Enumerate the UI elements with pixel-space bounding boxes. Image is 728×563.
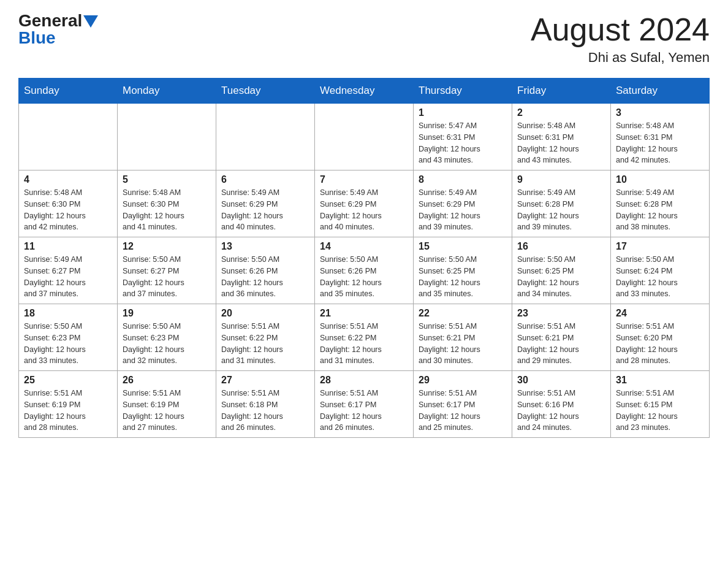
day-info: Sunrise: 5:50 AM Sunset: 6:24 PM Dayligh…: [616, 254, 704, 300]
day-number: 19: [123, 308, 211, 319]
calendar-cell: 25Sunrise: 5:51 AM Sunset: 6:19 PM Dayli…: [19, 371, 118, 438]
calendar-cell: 22Sunrise: 5:51 AM Sunset: 6:21 PM Dayli…: [414, 304, 512, 371]
logo: General Blue: [18, 12, 98, 47]
calendar-cell: 19Sunrise: 5:50 AM Sunset: 6:23 PM Dayli…: [118, 304, 216, 371]
day-info: Sunrise: 5:51 AM Sunset: 6:21 PM Dayligh…: [517, 321, 605, 367]
day-info: Sunrise: 5:50 AM Sunset: 6:26 PM Dayligh…: [320, 254, 408, 300]
day-number: 23: [517, 308, 605, 319]
day-number: 12: [123, 241, 211, 252]
day-number: 15: [419, 241, 507, 252]
day-info: Sunrise: 5:50 AM Sunset: 6:27 PM Dayligh…: [123, 254, 211, 300]
day-number: 18: [24, 308, 112, 319]
weekday-header-monday: Monday: [118, 79, 216, 104]
day-number: 20: [221, 308, 309, 319]
day-info: Sunrise: 5:51 AM Sunset: 6:16 PM Dayligh…: [517, 388, 605, 434]
svg-marker-0: [83, 15, 98, 28]
day-info: Sunrise: 5:49 AM Sunset: 6:28 PM Dayligh…: [517, 187, 605, 233]
day-number: 27: [221, 375, 309, 386]
day-number: 1: [419, 107, 507, 118]
calendar-cell: [216, 104, 315, 170]
day-number: 25: [24, 375, 112, 386]
calendar-cell: [19, 104, 118, 170]
day-number: 10: [616, 174, 704, 185]
day-info: Sunrise: 5:47 AM Sunset: 6:31 PM Dayligh…: [419, 120, 507, 166]
week-row-4: 18Sunrise: 5:50 AM Sunset: 6:23 PM Dayli…: [19, 304, 710, 371]
day-info: Sunrise: 5:51 AM Sunset: 6:18 PM Dayligh…: [221, 388, 309, 434]
day-info: Sunrise: 5:51 AM Sunset: 6:19 PM Dayligh…: [24, 388, 112, 434]
calendar-cell: 29Sunrise: 5:51 AM Sunset: 6:17 PM Dayli…: [414, 371, 512, 438]
calendar-cell: 2Sunrise: 5:48 AM Sunset: 6:31 PM Daylig…: [512, 104, 611, 170]
calendar-cell: 17Sunrise: 5:50 AM Sunset: 6:24 PM Dayli…: [611, 237, 710, 304]
day-number: 24: [616, 308, 704, 319]
day-number: 11: [24, 241, 112, 252]
day-info: Sunrise: 5:50 AM Sunset: 6:26 PM Dayligh…: [221, 254, 309, 300]
day-info: Sunrise: 5:49 AM Sunset: 6:29 PM Dayligh…: [221, 187, 309, 233]
day-info: Sunrise: 5:51 AM Sunset: 6:20 PM Dayligh…: [616, 321, 704, 367]
day-info: Sunrise: 5:51 AM Sunset: 6:17 PM Dayligh…: [320, 388, 408, 434]
day-info: Sunrise: 5:48 AM Sunset: 6:30 PM Dayligh…: [123, 187, 211, 233]
day-info: Sunrise: 5:50 AM Sunset: 6:25 PM Dayligh…: [517, 254, 605, 300]
week-row-2: 4Sunrise: 5:48 AM Sunset: 6:30 PM Daylig…: [19, 170, 710, 237]
calendar-cell: 6Sunrise: 5:49 AM Sunset: 6:29 PM Daylig…: [216, 170, 315, 237]
day-info: Sunrise: 5:49 AM Sunset: 6:29 PM Dayligh…: [419, 187, 507, 233]
calendar-cell: 1Sunrise: 5:47 AM Sunset: 6:31 PM Daylig…: [414, 104, 512, 170]
day-number: 5: [123, 174, 211, 185]
day-number: 31: [616, 375, 704, 386]
day-info: Sunrise: 5:49 AM Sunset: 6:27 PM Dayligh…: [24, 254, 112, 300]
calendar-cell: 11Sunrise: 5:49 AM Sunset: 6:27 PM Dayli…: [19, 237, 118, 304]
day-number: 14: [320, 241, 408, 252]
calendar-cell: 27Sunrise: 5:51 AM Sunset: 6:18 PM Dayli…: [216, 371, 315, 438]
calendar-cell: 7Sunrise: 5:49 AM Sunset: 6:29 PM Daylig…: [315, 170, 414, 237]
page-header: General Blue August 2024 Dhi as Sufal, Y…: [18, 12, 710, 66]
day-number: 16: [517, 241, 605, 252]
day-info: Sunrise: 5:51 AM Sunset: 6:15 PM Dayligh…: [616, 388, 704, 434]
calendar-table: SundayMondayTuesdayWednesdayThursdayFrid…: [18, 78, 710, 438]
weekday-header-sunday: Sunday: [19, 79, 118, 104]
day-number: 17: [616, 241, 704, 252]
day-info: Sunrise: 5:51 AM Sunset: 6:22 PM Dayligh…: [320, 321, 408, 367]
logo-general-text: General: [18, 12, 82, 29]
weekday-header-friday: Friday: [512, 79, 611, 104]
calendar-cell: 8Sunrise: 5:49 AM Sunset: 6:29 PM Daylig…: [414, 170, 512, 237]
calendar-cell: 20Sunrise: 5:51 AM Sunset: 6:22 PM Dayli…: [216, 304, 315, 371]
day-number: 3: [616, 107, 704, 118]
weekday-header-thursday: Thursday: [414, 79, 512, 104]
calendar-cell: 9Sunrise: 5:49 AM Sunset: 6:28 PM Daylig…: [512, 170, 611, 237]
calendar-cell: 16Sunrise: 5:50 AM Sunset: 6:25 PM Dayli…: [512, 237, 611, 304]
day-number: 8: [419, 174, 507, 185]
day-number: 9: [517, 174, 605, 185]
calendar-cell: 10Sunrise: 5:49 AM Sunset: 6:28 PM Dayli…: [611, 170, 710, 237]
week-row-3: 11Sunrise: 5:49 AM Sunset: 6:27 PM Dayli…: [19, 237, 710, 304]
day-info: Sunrise: 5:50 AM Sunset: 6:23 PM Dayligh…: [24, 321, 112, 367]
day-info: Sunrise: 5:48 AM Sunset: 6:31 PM Dayligh…: [517, 120, 605, 166]
day-number: 4: [24, 174, 112, 185]
day-info: Sunrise: 5:49 AM Sunset: 6:28 PM Dayligh…: [616, 187, 704, 233]
calendar-cell: 28Sunrise: 5:51 AM Sunset: 6:17 PM Dayli…: [315, 371, 414, 438]
week-row-5: 25Sunrise: 5:51 AM Sunset: 6:19 PM Dayli…: [19, 371, 710, 438]
calendar-cell: 26Sunrise: 5:51 AM Sunset: 6:19 PM Dayli…: [118, 371, 216, 438]
day-info: Sunrise: 5:49 AM Sunset: 6:29 PM Dayligh…: [320, 187, 408, 233]
day-info: Sunrise: 5:48 AM Sunset: 6:30 PM Dayligh…: [24, 187, 112, 233]
calendar-cell: 18Sunrise: 5:50 AM Sunset: 6:23 PM Dayli…: [19, 304, 118, 371]
day-info: Sunrise: 5:50 AM Sunset: 6:23 PM Dayligh…: [123, 321, 211, 367]
day-number: 7: [320, 174, 408, 185]
calendar-header-row: SundayMondayTuesdayWednesdayThursdayFrid…: [19, 79, 710, 104]
logo-blue-text: Blue: [18, 29, 56, 47]
calendar-cell: 3Sunrise: 5:48 AM Sunset: 6:31 PM Daylig…: [611, 104, 710, 170]
day-number: 22: [419, 308, 507, 319]
calendar-cell: 24Sunrise: 5:51 AM Sunset: 6:20 PM Dayli…: [611, 304, 710, 371]
week-row-1: 1Sunrise: 5:47 AM Sunset: 6:31 PM Daylig…: [19, 104, 710, 170]
day-number: 6: [221, 174, 309, 185]
calendar-cell: 15Sunrise: 5:50 AM Sunset: 6:25 PM Dayli…: [414, 237, 512, 304]
weekday-header-wednesday: Wednesday: [315, 79, 414, 104]
calendar-cell: [315, 104, 414, 170]
day-number: 28: [320, 375, 408, 386]
day-number: 29: [419, 375, 507, 386]
day-info: Sunrise: 5:51 AM Sunset: 6:19 PM Dayligh…: [123, 388, 211, 434]
calendar-cell: 21Sunrise: 5:51 AM Sunset: 6:22 PM Dayli…: [315, 304, 414, 371]
calendar-cell: 12Sunrise: 5:50 AM Sunset: 6:27 PM Dayli…: [118, 237, 216, 304]
calendar-cell: 13Sunrise: 5:50 AM Sunset: 6:26 PM Dayli…: [216, 237, 315, 304]
weekday-header-saturday: Saturday: [611, 79, 710, 104]
month-title: August 2024: [531, 12, 710, 47]
calendar-cell: [118, 104, 216, 170]
